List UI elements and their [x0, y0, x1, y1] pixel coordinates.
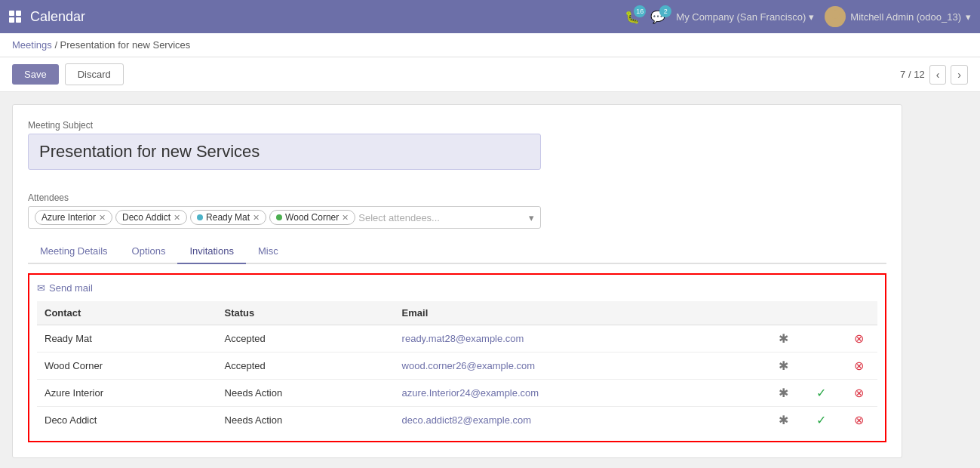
- check-icon[interactable]: ✓: [816, 386, 826, 399]
- envelope-icon: ✉: [37, 282, 45, 294]
- remove-row-icon[interactable]: ⊗: [854, 359, 864, 372]
- tab-options[interactable]: Options: [120, 239, 178, 264]
- asterisk-icon[interactable]: ✱: [779, 414, 788, 426]
- cell-remove: ⊗: [840, 407, 877, 434]
- avatar: [825, 6, 846, 27]
- email-link[interactable]: ready.mat28@example.com: [402, 333, 524, 344]
- attendees-field[interactable]: Azure Interior ✕ Deco Addict ✕ Ready Mat…: [28, 206, 541, 229]
- remove-azure-btn[interactable]: ✕: [99, 213, 106, 223]
- header-icons: 🐛 16 💬 2 My Company (San Francisco) ▾ Mi…: [625, 6, 971, 27]
- remove-wood-btn[interactable]: ✕: [342, 213, 349, 223]
- tabs: Meeting Details Options Invitations Misc: [28, 239, 886, 264]
- attendee-name: Azure Interior: [41, 212, 96, 223]
- asterisk-icon[interactable]: ✱: [779, 332, 788, 345]
- meeting-subject-label: Meeting Subject: [28, 120, 886, 131]
- bug-icon-btn[interactable]: 🐛 16: [625, 10, 640, 24]
- attendee-dot: [276, 214, 282, 220]
- remove-row-icon[interactable]: ⊗: [854, 332, 864, 345]
- cell-status: Accepted: [217, 353, 395, 380]
- attendee-dot: [197, 214, 203, 220]
- invitations-panel: ✉ Send mail Contact Status Email Ready M: [28, 273, 886, 442]
- attendees-dropdown-icon[interactable]: ▾: [529, 212, 534, 223]
- cell-check: ✓: [802, 380, 840, 407]
- cell-asterisk: ✱: [764, 325, 802, 353]
- attendee-tag-deco: Deco Addict ✕: [115, 210, 187, 225]
- pager-next[interactable]: ›: [951, 65, 968, 85]
- breadcrumb-parent[interactable]: Meetings: [12, 39, 52, 51]
- svg-point-0: [831, 10, 840, 19]
- tab-meeting-details[interactable]: Meeting Details: [28, 239, 120, 264]
- bug-badge: 16: [634, 5, 646, 17]
- breadcrumb-separator: /: [54, 39, 60, 51]
- attendee-tag-ready: Ready Mat ✕: [190, 210, 266, 225]
- cell-asterisk: ✱: [764, 407, 802, 434]
- form-card: Meeting Subject Attendees Azure Interior…: [12, 104, 902, 458]
- attendee-name: Deco Addict: [122, 212, 171, 223]
- asterisk-icon[interactable]: ✱: [779, 386, 788, 399]
- tab-misc[interactable]: Misc: [246, 239, 290, 264]
- tab-invitations[interactable]: Invitations: [177, 239, 246, 264]
- app-title: Calendar: [30, 9, 616, 25]
- table-row: Deco Addict Needs Action deco.addict82@e…: [37, 407, 877, 434]
- cell-check: [802, 353, 840, 380]
- cell-remove: ⊗: [840, 353, 877, 380]
- attendee-name: Wood Corner: [285, 212, 339, 223]
- remove-ready-btn[interactable]: ✕: [253, 213, 260, 223]
- meeting-subject-input[interactable]: [28, 134, 541, 170]
- attendees-group: Attendees Azure Interior ✕ Deco Addict ✕…: [28, 192, 886, 229]
- user-menu[interactable]: Mitchell Admin (odoo_13) ▾: [825, 6, 971, 27]
- toolbar: Save Discard 7 / 12 ‹ ›: [0, 57, 980, 92]
- meeting-subject-group: Meeting Subject: [28, 120, 886, 182]
- chat-icon-btn[interactable]: 💬 2: [650, 10, 665, 24]
- cell-email: azure.Interior24@example.com: [395, 380, 764, 407]
- cell-contact: Wood Corner: [37, 353, 217, 380]
- company-selector[interactable]: My Company (San Francisco) ▾: [676, 11, 814, 23]
- breadcrumb: Meetings / Presentation for new Services: [0, 33, 980, 57]
- cell-status: Needs Action: [217, 380, 395, 407]
- send-mail-button[interactable]: ✉ Send mail: [37, 282, 93, 294]
- cell-remove: ⊗: [840, 380, 877, 407]
- check-icon[interactable]: ✓: [816, 414, 826, 426]
- attendee-tag-azure: Azure Interior ✕: [35, 210, 112, 225]
- cell-asterisk: ✱: [764, 380, 802, 407]
- cell-check: [802, 325, 840, 353]
- header: Calendar 🐛 16 💬 2 My Company (San Franci…: [0, 0, 980, 33]
- cell-contact: Deco Addict: [37, 407, 217, 434]
- col-status: Status: [217, 301, 395, 325]
- breadcrumb-current: Presentation for new Services: [60, 39, 191, 51]
- chat-badge: 2: [659, 5, 671, 17]
- cell-status: Accepted: [217, 325, 395, 353]
- table-row: Ready Mat Accepted ready.mat28@example.c…: [37, 325, 877, 353]
- email-link[interactable]: azure.Interior24@example.com: [402, 387, 539, 399]
- company-dropdown-icon: ▾: [809, 11, 814, 23]
- cell-contact: Azure Interior: [37, 380, 217, 407]
- cell-check: ✓: [802, 407, 840, 434]
- table-row: Wood Corner Accepted wood.corner26@examp…: [37, 353, 877, 380]
- cell-remove: ⊗: [840, 325, 877, 353]
- email-link[interactable]: wood.corner26@example.com: [402, 360, 536, 371]
- remove-deco-btn[interactable]: ✕: [174, 213, 180, 223]
- pager: 7 / 12 ‹ ›: [900, 65, 968, 85]
- remove-row-icon[interactable]: ⊗: [854, 386, 864, 399]
- discard-button[interactable]: Discard: [65, 63, 124, 85]
- table-header-row: Contact Status Email: [37, 301, 877, 325]
- app-grid-icon[interactable]: [9, 11, 21, 23]
- svg-point-1: [828, 20, 843, 27]
- attendee-name: Ready Mat: [206, 212, 250, 223]
- col-email: Email: [395, 301, 764, 325]
- attendee-tag-wood: Wood Corner ✕: [269, 210, 355, 225]
- cell-status: Needs Action: [217, 407, 395, 434]
- pager-prev[interactable]: ‹: [929, 65, 947, 85]
- pager-text: 7 / 12: [900, 69, 925, 80]
- col-action3: [840, 301, 877, 325]
- main-content: Meeting Subject Attendees Azure Interior…: [0, 92, 980, 468]
- asterisk-icon[interactable]: ✱: [779, 359, 788, 372]
- table-row: Azure Interior Needs Action azure.Interi…: [37, 380, 877, 407]
- attendees-placeholder[interactable]: Select attendees...: [358, 212, 526, 223]
- save-button[interactable]: Save: [12, 64, 59, 85]
- remove-row-icon[interactable]: ⊗: [854, 414, 864, 426]
- attendees-label: Attendees: [28, 192, 886, 203]
- col-contact: Contact: [37, 301, 217, 325]
- email-link[interactable]: deco.addict82@example.com: [402, 414, 531, 426]
- cell-email: wood.corner26@example.com: [395, 353, 764, 380]
